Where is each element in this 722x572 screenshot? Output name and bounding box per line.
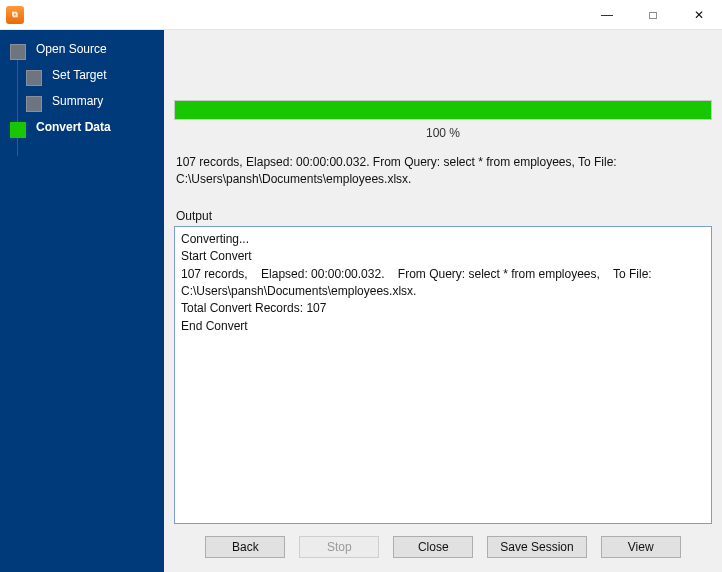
main-panel: 100 % 107 records, Elapsed: 00:00:00.032… <box>164 30 722 572</box>
status-line-1: 107 records, Elapsed: 00:00:00.032. From… <box>176 154 710 171</box>
nav-item-convert-data[interactable]: Convert Data <box>10 114 164 140</box>
nav-item-label: Open Source <box>36 42 107 56</box>
nav-item-summary[interactable]: Summary <box>26 88 164 114</box>
maximize-button[interactable]: □ <box>630 0 676 30</box>
progress-area: 100 % <box>174 40 712 154</box>
nav-item-label: Set Target <box>52 68 106 82</box>
close-button[interactable]: Close <box>393 536 473 558</box>
title-bar: ⧉ — □ ✕ <box>0 0 722 30</box>
nav-tree: Open Source Set Target Summary Convert D… <box>0 36 164 140</box>
nav-item-label: Summary <box>52 94 103 108</box>
save-session-button[interactable]: Save Session <box>487 536 586 558</box>
view-button[interactable]: View <box>601 536 681 558</box>
minimize-button[interactable]: — <box>584 0 630 30</box>
title-bar-left: ⧉ <box>0 6 30 24</box>
progress-fill <box>175 101 711 119</box>
stop-button[interactable]: Stop <box>299 536 379 558</box>
output-textarea[interactable] <box>174 226 712 524</box>
window-controls: — □ ✕ <box>584 0 722 30</box>
status-line-2: C:\Users\pansh\Documents\employees.xlsx. <box>176 171 710 188</box>
progress-label: 100 % <box>174 120 712 150</box>
app-icon: ⧉ <box>6 6 24 24</box>
button-row: Back Stop Close Save Session View <box>174 524 712 562</box>
close-window-button[interactable]: ✕ <box>676 0 722 30</box>
progress-bar <box>174 100 712 120</box>
back-button[interactable]: Back <box>205 536 285 558</box>
nav-item-open-source[interactable]: Open Source <box>10 36 164 62</box>
tree-connector <box>17 56 18 156</box>
sidebar: Open Source Set Target Summary Convert D… <box>0 30 164 572</box>
nav-item-set-target[interactable]: Set Target <box>26 62 164 88</box>
status-text: 107 records, Elapsed: 00:00:00.032. From… <box>174 154 712 209</box>
nav-item-label: Convert Data <box>36 120 111 134</box>
app-body: Open Source Set Target Summary Convert D… <box>0 30 722 572</box>
output-label: Output <box>174 209 712 226</box>
